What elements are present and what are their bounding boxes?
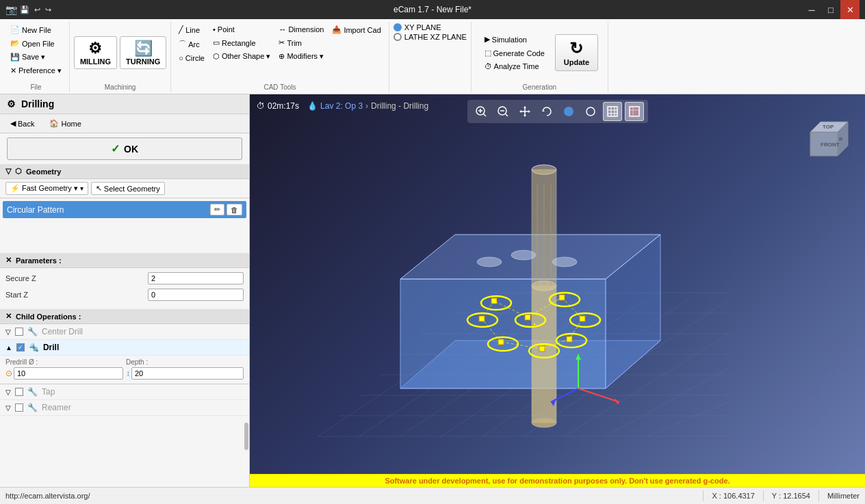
update-button[interactable]: ↻ Update xyxy=(555,34,598,71)
geo-item-actions: ✏ 🗑 xyxy=(210,204,242,215)
redo-icon[interactable]: ↪ xyxy=(45,5,51,14)
reamer-item[interactable]: ▽ 🔧 Reamer xyxy=(0,400,249,416)
point-button[interactable]: • Point xyxy=(209,23,274,36)
predrill-input[interactable] xyxy=(14,367,123,380)
undo-icon[interactable]: ↩ xyxy=(34,5,40,14)
tap-checkbox[interactable] xyxy=(15,388,23,396)
maximize-button[interactable]: □ xyxy=(821,0,840,19)
drill-item[interactable]: ▲ ✓ 🔩 Drill xyxy=(0,340,249,356)
start-z-label: Start Z xyxy=(5,291,148,299)
circle-button[interactable]: ○ Circle xyxy=(175,52,208,64)
save-icon[interactable]: 💾 xyxy=(20,5,29,14)
timer-icon: ⏱ xyxy=(257,101,265,111)
new-file-button[interactable]: 📄 New File xyxy=(7,23,65,36)
secure-z-input[interactable] xyxy=(148,272,244,284)
minimize-button[interactable]: ─ xyxy=(802,0,821,19)
child-ops-list: ▽ 🔧 Center Drill ▲ ✓ 🔩 Drill Predrill Ø … xyxy=(0,324,249,416)
xy-plane-radio[interactable] xyxy=(393,23,402,31)
view-cube[interactable]: FRONT TOP R xyxy=(797,115,851,170)
generate-code-button[interactable]: ⬚ Generate Code xyxy=(481,47,548,59)
svg-line-3 xyxy=(483,114,486,117)
ok-label: OK xyxy=(124,144,138,155)
center-drill-item[interactable]: ▽ 🔧 Center Drill xyxy=(0,324,249,340)
titlebar: 📷 💾 ↩ ↪ eCam 1.7 - New File* ─ □ ✕ xyxy=(0,0,865,19)
select-geometry-button[interactable]: ↖ Select Geometry xyxy=(91,182,165,195)
turning-button[interactable]: 🔄 TURNING xyxy=(120,36,166,69)
import-cad-button[interactable]: 📥 Import Cad xyxy=(328,23,384,36)
xy-plane-option[interactable]: XY PLANE xyxy=(393,23,467,31)
reamer-checkbox[interactable] xyxy=(15,403,23,412)
surface-view-button[interactable] xyxy=(603,102,622,121)
analyze-icon: ⏱ xyxy=(485,62,492,70)
pan-button[interactable] xyxy=(515,102,534,121)
reset-view-button[interactable] xyxy=(537,102,556,121)
circular-pattern-item[interactable]: Circular Pattern ✏ 🗑 xyxy=(3,201,246,218)
analyze-time-button[interactable]: ⏱ Analyze Time xyxy=(481,60,548,72)
circle-icon: ○ xyxy=(179,54,183,62)
open-file-button[interactable]: 📂 Open File xyxy=(7,37,65,50)
geometry-toolbar: ⚡ Fast Geometry ▾ ▾ ↖ Select Geometry xyxy=(0,179,249,198)
reamer-collapse[interactable]: ▽ xyxy=(5,404,11,412)
scroll-thumb[interactable] xyxy=(244,423,248,450)
lathe-xz-plane-option[interactable]: LATHE XZ PLANE xyxy=(393,33,467,41)
solid-view-button[interactable] xyxy=(559,102,578,121)
other-shape-button[interactable]: ⬡ Other Shape ▾ xyxy=(209,50,274,63)
modifiers-button[interactable]: ⊕ Modifiers ▾ xyxy=(275,50,327,63)
fast-geo-icon: ⚡ xyxy=(10,184,20,193)
center-drill-collapse[interactable]: ▽ xyxy=(5,328,11,336)
ok-checkmark: ✓ xyxy=(111,142,120,155)
geometry-list: Circular Pattern ✏ 🗑 xyxy=(0,198,249,253)
preference-button[interactable]: ✕ Preference ▾ xyxy=(7,64,65,77)
svg-line-6 xyxy=(505,114,508,117)
arc-button[interactable]: ⌒ Arc xyxy=(175,37,208,51)
line-button[interactable]: ╱ Line xyxy=(175,23,208,36)
rectangle-button[interactable]: ▭ Rectangle xyxy=(209,36,274,49)
dimension-button[interactable]: ↔ Dimension xyxy=(275,23,327,36)
other-shape-icon: ⬡ xyxy=(213,52,220,61)
parameters-section-header[interactable]: ✕ Parameters : xyxy=(0,253,249,268)
drill-label: Drill xyxy=(43,343,59,352)
fast-geometry-button[interactable]: ⚡ Fast Geometry ▾ ▾ xyxy=(5,182,88,195)
pref-icon: ✕ xyxy=(10,66,16,75)
milling-button[interactable]: ⚙ MILLING xyxy=(74,36,117,69)
zoom-out-button[interactable] xyxy=(493,102,513,121)
ok-button[interactable]: ✓ OK xyxy=(7,137,242,160)
edit-geometry-button[interactable]: ✏ xyxy=(210,204,224,215)
fast-geo-chevron: ▾ xyxy=(80,185,83,192)
drill-checkbox[interactable]: ✓ xyxy=(16,343,25,352)
home-button[interactable]: 🏠 Home xyxy=(44,117,86,130)
drill-collapse[interactable]: ▲ xyxy=(5,344,12,352)
circle-view-button[interactable] xyxy=(581,102,600,121)
center-drill-checkbox[interactable] xyxy=(15,328,23,336)
geometry-section-header[interactable]: ▽ ⬡ Geometry xyxy=(0,164,249,179)
wireframe-view-button[interactable] xyxy=(625,102,644,121)
tap-item[interactable]: ▽ 🔧 Tap xyxy=(0,384,249,400)
status-y: Y : 12.1654 xyxy=(772,492,810,500)
status-sep2 xyxy=(763,490,764,501)
back-button[interactable]: ◀ Back xyxy=(5,117,39,130)
zoom-in-button[interactable] xyxy=(472,102,491,121)
rect-icon: ▭ xyxy=(213,38,220,47)
delete-geometry-button[interactable]: 🗑 xyxy=(227,204,242,215)
lathe-xz-plane-radio[interactable] xyxy=(393,33,402,41)
close-button[interactable]: ✕ xyxy=(840,0,860,19)
planes-content: XY PLANE LATHE XZ PLANE xyxy=(393,23,467,91)
tap-icon: 🔧 xyxy=(27,387,38,397)
simulation-button[interactable]: ▶ Simulation xyxy=(481,33,548,46)
file-col: 📄 New File 📂 Open File 💾 Save ▾ ✕ Prefer… xyxy=(7,23,65,77)
left-panel: ⚙ Drilling ◀ Back 🏠 Home ✓ OK ▽ ⬡ Geomet… xyxy=(0,94,250,487)
child-ops-section-header[interactable]: ✕ Child Operations : xyxy=(0,309,249,324)
generation-group-label: Generation xyxy=(523,83,556,91)
start-z-input[interactable] xyxy=(148,289,244,301)
milling-icon: ⚙ xyxy=(88,40,102,57)
child-ops-collapse-icon: ✕ xyxy=(5,312,12,321)
svg-point-47 xyxy=(532,418,556,427)
trim-button[interactable]: ✂ Trim xyxy=(275,36,327,49)
tap-collapse[interactable]: ▽ xyxy=(5,388,11,396)
point-icon: • xyxy=(213,25,216,34)
save-button[interactable]: 💾 Save ▾ xyxy=(7,51,65,64)
svg-point-14 xyxy=(564,107,573,116)
secure-z-row: Secure Z xyxy=(5,272,244,284)
depth-input[interactable] xyxy=(131,367,244,380)
secure-z-label: Secure Z xyxy=(5,274,148,282)
